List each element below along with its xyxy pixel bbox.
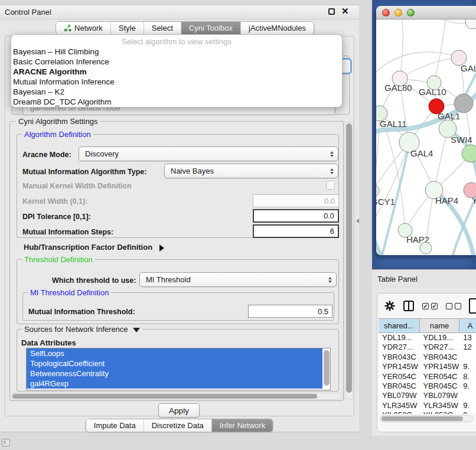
mi-threshold-definition-title: MI Threshold Definition xyxy=(28,288,111,297)
table-horizontal-scrollbar[interactable] xyxy=(380,415,473,422)
network-icon xyxy=(64,24,71,32)
network-edge[interactable] xyxy=(400,19,403,79)
node-label: SWI4 xyxy=(451,135,472,145)
cyni-algorithm-settings-title: Cyni Algorithm Settings xyxy=(16,117,100,126)
algorithm-option[interactable]: Basic Correlation Inference xyxy=(11,57,342,67)
sources-toggle[interactable]: Sources for Network Inference xyxy=(22,325,142,334)
tab-infer-network[interactable]: Infer Network xyxy=(212,419,273,432)
file-icon[interactable] xyxy=(469,298,476,314)
collapsed-arrow-icon xyxy=(159,244,164,252)
node-label: GAL xyxy=(461,63,476,73)
node-table[interactable]: shared...nameA YDL19...YDL19...13YDR27..… xyxy=(379,318,476,414)
column-header[interactable]: A xyxy=(459,319,476,332)
manual-kernel-width-checkbox[interactable] xyxy=(326,181,335,190)
tab-style[interactable]: Style xyxy=(111,22,144,34)
table-row[interactable]: YBR043CYBR043C xyxy=(379,353,476,362)
network-edge[interactable] xyxy=(434,19,446,83)
settings-horizontal-scrollbar-thumb[interactable] xyxy=(12,394,317,399)
mi-algorithm-type-combo[interactable]: Naive Bayes xyxy=(164,164,338,178)
settings-vertical-scrollbar[interactable] xyxy=(345,122,353,399)
column-header[interactable]: shared... xyxy=(379,319,420,332)
table-row[interactable]: YIL052CYIL052C9 xyxy=(379,410,476,414)
close-icon[interactable]: ✕ xyxy=(341,6,349,17)
algorithm-option[interactable]: Bayesian – Hill Climbing xyxy=(11,47,342,57)
list-scrollbar[interactable] xyxy=(324,350,330,386)
aracne-mode-value: Discovery xyxy=(85,149,119,158)
columns-icon[interactable] xyxy=(403,301,414,311)
unchecked-boxes-icon[interactable] xyxy=(446,303,461,309)
zoom-window-icon[interactable] xyxy=(407,9,415,17)
network-edge[interactable] xyxy=(376,52,459,76)
tab-cyni-toolbox[interactable]: Cyni Toolbox xyxy=(181,22,241,34)
tab-select[interactable]: Select xyxy=(144,22,181,34)
table-row[interactable]: YER054CYER054C8. xyxy=(379,372,476,381)
mi-steps-value: 6 xyxy=(330,227,334,236)
network-node[interactable] xyxy=(465,19,476,29)
node-label: GAL4 xyxy=(410,148,433,158)
table-horizontal-scrollbar-thumb[interactable] xyxy=(382,416,463,421)
node-label: Y xyxy=(472,195,476,206)
network-node-gcy1[interactable] xyxy=(376,184,379,198)
kernel-width-value: 0.0 xyxy=(324,197,335,206)
node-label: GAL11 xyxy=(380,119,407,129)
tab-discretize-data[interactable]: Discretize Data xyxy=(144,419,212,432)
control-panel-title: Control Panel xyxy=(5,8,51,17)
minimize-window-icon[interactable] xyxy=(395,9,402,17)
tab-impute-data[interactable]: Impute Data xyxy=(86,419,144,432)
settings-vertical-scrollbar-thumb[interactable] xyxy=(346,123,352,393)
algorithm-option[interactable]: Mutual Information Inference xyxy=(11,77,342,87)
aracne-mode-combo[interactable]: Discovery xyxy=(79,146,338,161)
apply-button[interactable]: Apply xyxy=(158,403,200,418)
algorithm-option[interactable]: Dream8 DC_TDC Algorithm xyxy=(11,97,342,107)
network-edge-highlighted[interactable] xyxy=(376,233,380,255)
checked-boxes-icon[interactable]: ✓ ✓ xyxy=(422,303,438,309)
table-row[interactable]: YBR045CYBR045C9. xyxy=(379,381,476,391)
tab-network[interactable]: Network xyxy=(56,22,111,34)
column-header[interactable]: name xyxy=(420,319,460,332)
network-window-titlebar[interactable] xyxy=(376,6,476,19)
network-node[interactable] xyxy=(454,94,473,113)
data-attributes-list[interactable]: SelfLoopsTopologicalCoefficientBetweenne… xyxy=(26,348,331,390)
combo-arrows-icon xyxy=(328,277,332,283)
network-canvas[interactable]: GALGAL80GAL10GAL1GAL11SWI4GAL4GCY1HAP4YH… xyxy=(376,19,476,255)
attribute-item[interactable]: SelfLoops xyxy=(27,348,322,358)
mi-threshold-field[interactable]: 0.5 xyxy=(248,305,332,318)
algorithm-dropdown-list: Select algorithm to view settings Bayesi… xyxy=(11,34,343,107)
node-label: GAL80 xyxy=(384,83,412,93)
table-row[interactable]: YDL19...YDL19...13 xyxy=(379,333,476,343)
table-panel-header: Table Panel xyxy=(372,269,476,288)
table-row[interactable]: YBL079WYBL079W xyxy=(379,391,476,400)
attribute-item[interactable]: gal4RGexp xyxy=(27,379,322,389)
algorithm-option[interactable]: Bayesian – K2 xyxy=(11,87,342,97)
network-node[interactable] xyxy=(462,145,476,162)
float-window-icon[interactable] xyxy=(328,8,335,15)
mi-steps-field[interactable]: 6 xyxy=(253,224,339,238)
manual-kernel-width-label: Manual Kernel Width Definition xyxy=(22,182,132,190)
gear-icon[interactable] xyxy=(384,301,395,311)
cyni-mode-tabs: Impute DataDiscretize DataInfer Network xyxy=(86,419,273,432)
tab-jactivemnodules[interactable]: jActiveMNodules xyxy=(241,22,314,34)
hub-section-toggle[interactable]: Hub/Transcription Factor Definition xyxy=(24,243,164,252)
sources-title: Sources for Network Inference xyxy=(24,325,128,334)
table-row[interactable]: YDR27...YDR27...12 xyxy=(379,343,476,352)
attribute-item[interactable]: BetweennessCentrality xyxy=(27,369,322,379)
panel-grid-icon[interactable] xyxy=(2,439,10,446)
attribute-item[interactable]: TopologicalCoefficient xyxy=(27,358,322,369)
panel-splitter-arrow[interactable] xyxy=(356,219,359,223)
expanded-arrow-icon xyxy=(133,328,140,332)
close-window-icon[interactable] xyxy=(382,9,390,17)
control-panel-titlebar: Control Panel xyxy=(0,5,359,19)
settings-horizontal-scrollbar[interactable] xyxy=(11,393,343,400)
data-attributes-label: Data Attributes xyxy=(21,338,76,347)
network-edge[interactable] xyxy=(400,58,459,79)
which-threshold-combo[interactable]: MI Threshold xyxy=(139,272,337,287)
control-panel-tabs: NetworkStyleSelectCyni ToolboxjActiveMNo… xyxy=(56,21,314,35)
kernel-width-label: Kernel Width (0,1): xyxy=(22,197,87,206)
table-row[interactable]: YPR145WYPR145W9. xyxy=(379,362,476,371)
network-edge[interactable] xyxy=(434,129,448,190)
dpi-tolerance-field[interactable]: 0.0 xyxy=(253,209,339,223)
table-row[interactable]: YLR345WYLR345W9. xyxy=(379,401,476,410)
network-node[interactable] xyxy=(420,242,432,254)
algorithm-option[interactable]: ARACNE Algorithm xyxy=(11,67,342,77)
kernel-width-field[interactable]: 0.0 xyxy=(253,194,339,207)
